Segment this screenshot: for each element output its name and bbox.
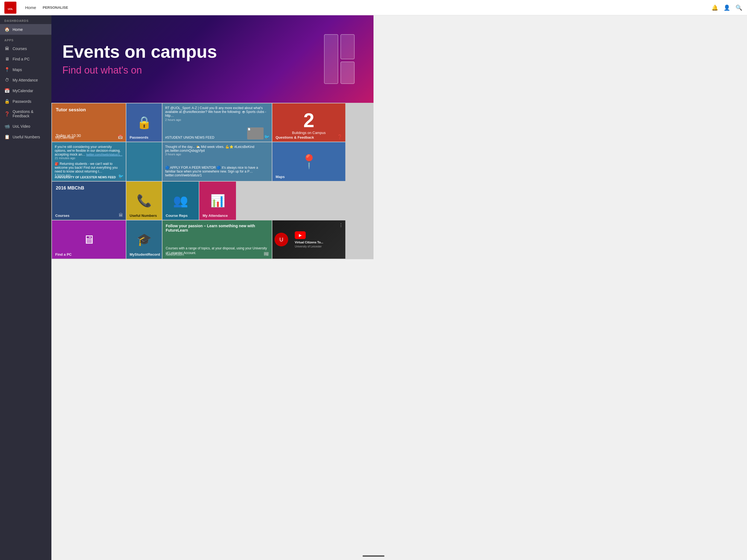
passwords-tile-label: Passwords bbox=[130, 135, 149, 139]
sidebar: DASHBOARDS 🏠 Home APPS 🏛 Courses 🖥 Find … bbox=[0, 15, 51, 280]
sidebar-item-mycalendar[interactable]: 📅 MyCalendar bbox=[0, 85, 51, 96]
tutor-title: Tutor session bbox=[56, 107, 122, 113]
sidebar-item-attendance-label: My Attendance bbox=[12, 78, 38, 82]
tweet-sport-3: 🔵 APPLY FOR A PEER MENTOR 🔵 It's always … bbox=[165, 166, 269, 177]
sidebar-item-findpc[interactable]: 🖥 Find a PC bbox=[0, 54, 51, 64]
courses-building-icon: 🏛 bbox=[119, 213, 123, 218]
tweet-image: 📄 bbox=[247, 127, 264, 139]
sidebar-item-questions-label: Questions & Feedback bbox=[12, 109, 47, 118]
sidebar-item-maps[interactable]: 📍 Maps bbox=[0, 64, 51, 75]
sidebar-item-findpc-label: Find a PC bbox=[12, 57, 29, 61]
sport-feed-label: #STUDENT UNION NEWS FEED bbox=[165, 136, 214, 139]
sidebar-item-mycalendar-label: MyCalendar bbox=[12, 88, 33, 93]
lock-icon: 🔒 bbox=[137, 116, 152, 130]
sidebar-item-home[interactable]: 🏠 Home bbox=[0, 24, 51, 35]
sidebar-item-attendance[interactable]: ⏱ My Attendance bbox=[0, 75, 51, 85]
sidebar-item-courses-label: Courses bbox=[12, 47, 27, 51]
svg-rect-2 bbox=[324, 34, 338, 84]
calendar-icon: 📅 bbox=[118, 134, 123, 139]
tweet-sport-2: Thought of the day... ⛅ Mid week vibes. … bbox=[165, 145, 269, 156]
twitter-uni-tile[interactable]: If you're still considering your univers… bbox=[52, 142, 126, 181]
yt-logo-row: ▶ bbox=[295, 231, 343, 239]
sidebar-item-passwords-label: Passwords bbox=[12, 99, 31, 104]
apps-label: APPS bbox=[0, 35, 51, 44]
courses-tile-label: Courses bbox=[55, 213, 70, 218]
hero-title: Events on campus bbox=[62, 42, 217, 61]
video-logo-area: U bbox=[272, 230, 290, 249]
twitter-sport-row2[interactable]: Thought of the day... ⛅ Mid week vibes. … bbox=[162, 142, 272, 181]
twitter-sport-tile[interactable]: RT @UOL_Sport: A-Z | Could you B any mor… bbox=[162, 103, 272, 142]
tweet-link-1: twitter.com/i/web/status/1... bbox=[86, 153, 122, 156]
video-channel: University of Leicester bbox=[295, 245, 343, 248]
tiles-row-3: 2016 MBChB Courses 🏛 📞 Useful Numbers 👥 … bbox=[52, 182, 373, 220]
sidebar-item-useful[interactable]: 📋 Useful Numbers bbox=[0, 131, 51, 142]
attendance-icon: ⏱ bbox=[4, 78, 10, 82]
tiles-grid: Tutor session Today at 10:30 MyCalendar … bbox=[51, 103, 374, 259]
nav-home[interactable]: Home bbox=[25, 5, 36, 10]
sidebar-item-uolvideo[interactable]: 📹 UoL Video bbox=[0, 121, 51, 131]
useful-tile-label: Useful Numbers bbox=[130, 213, 157, 218]
svg-rect-4 bbox=[341, 62, 354, 84]
useful-tile[interactable]: 📞 Useful Numbers bbox=[126, 182, 162, 220]
findpc-tile-label: Find a PC bbox=[55, 252, 72, 256]
maps-icon: 📍 bbox=[4, 67, 10, 72]
hero-subtitle: Find out what's on bbox=[62, 65, 217, 76]
hero-banner[interactable]: Events on campus Find out what's on bbox=[51, 15, 374, 103]
university-logo[interactable]: UOL bbox=[4, 2, 19, 14]
sidebar-item-home-label: Home bbox=[12, 27, 23, 32]
mycalendar-icon: 📅 bbox=[4, 88, 10, 93]
monitor-icon: 🖥 bbox=[83, 233, 95, 246]
video-tile[interactable]: U ▶ Virtual Citizens To... University of… bbox=[272, 221, 345, 259]
passwords-icon: 🔒 bbox=[4, 99, 10, 104]
mystudent-tile[interactable]: 🎓 MyStudentRecord bbox=[126, 221, 162, 259]
coursereps-tile[interactable]: 👥 Course Reps bbox=[162, 182, 199, 220]
courses-tile[interactable]: 2016 MBChB Courses 🏛 bbox=[52, 182, 126, 220]
maps-tile[interactable]: 📍 Maps bbox=[272, 142, 345, 181]
tutor-tile[interactable]: Tutor session Today at 10:30 MyCalendar … bbox=[52, 103, 126, 142]
tiles-row-1: Tutor session Today at 10:30 MyCalendar … bbox=[52, 103, 373, 142]
twitter-icon-sport: 🐦 bbox=[264, 134, 269, 139]
video-title: Virtual Citizens To... bbox=[295, 240, 343, 244]
passwords-tile[interactable]: 🔒 Passwords bbox=[126, 103, 162, 142]
sidebar-item-passwords[interactable]: 🔒 Passwords bbox=[0, 96, 51, 107]
tweet-sport-1: RT @UOL_Sport: A-Z | Could you B any mor… bbox=[165, 106, 269, 121]
home-icon: 🏠 bbox=[4, 27, 10, 32]
sidebar-item-questions[interactable]: ❓ Questions & Feedback bbox=[0, 107, 51, 121]
newsroom-tile[interactable]: Follow your passion – Learn something ne… bbox=[162, 221, 272, 259]
attendance-tile[interactable]: 📊 My Attendance bbox=[199, 182, 236, 220]
sidebar-item-uolvideo-label: UoL Video bbox=[12, 124, 30, 128]
top-nav: UOL Home PERSONALISE 🔔 👤 🔍 bbox=[0, 0, 374, 15]
video-more-icon[interactable]: ⋮ bbox=[339, 223, 343, 228]
nav-personalise[interactable]: PERSONALISE bbox=[43, 5, 68, 9]
svg-text:UOL: UOL bbox=[8, 8, 14, 10]
newspaper-icon: 📰 bbox=[264, 251, 269, 256]
video-overlay: U ▶ Virtual Citizens To... University of… bbox=[272, 221, 345, 259]
hero-text: Events on campus Find out what's on bbox=[62, 42, 217, 76]
news-title: Follow your passion – Learn something ne… bbox=[166, 224, 268, 232]
uolvideo-icon: 📹 bbox=[4, 124, 10, 129]
course-title: 2016 MBChB bbox=[56, 185, 122, 191]
sidebar-item-courses[interactable]: 🏛 Courses bbox=[0, 44, 51, 54]
courses-icon: 🏛 bbox=[4, 46, 10, 51]
video-info: ▶ Virtual Citizens To... University of L… bbox=[292, 229, 345, 250]
phone-icon: 📞 bbox=[137, 194, 152, 208]
youtube-play-icon: ▶ bbox=[295, 231, 306, 239]
mycalendar-tile-label: MyCalendar bbox=[55, 135, 74, 139]
tweet-uni-2: 🎒 Returning students - we can't wait to … bbox=[55, 162, 123, 177]
twitter-uni-extend bbox=[126, 142, 162, 181]
findpc-icon: 🖥 bbox=[4, 57, 10, 61]
sidebar-item-useful-label: Useful Numbers bbox=[12, 135, 40, 139]
questions-tile-label: Questions & Feedback bbox=[276, 135, 314, 139]
questions-sublabel: Buildings on Campus bbox=[292, 131, 326, 135]
sidebar-item-maps-label: Maps bbox=[12, 68, 22, 72]
top-nav-links: Home PERSONALISE bbox=[25, 5, 374, 10]
questions-tile[interactable]: 2 Buildings on Campus Questions & Feedba… bbox=[272, 103, 345, 142]
questions-icon: ❓ bbox=[4, 111, 10, 117]
svg-rect-3 bbox=[341, 34, 354, 59]
tiles-row-4: 🖥 Find a PC 🎓 MyStudentRecord Follow you… bbox=[52, 221, 373, 259]
findpc-tile[interactable]: 🖥 Find a PC bbox=[52, 221, 126, 259]
question-mark-icon: ❓ bbox=[337, 134, 343, 139]
hero-logo bbox=[321, 24, 357, 95]
maps-tile-label: Maps bbox=[276, 175, 285, 179]
main-content: Events on campus Find out what's on Tuto… bbox=[51, 15, 374, 280]
